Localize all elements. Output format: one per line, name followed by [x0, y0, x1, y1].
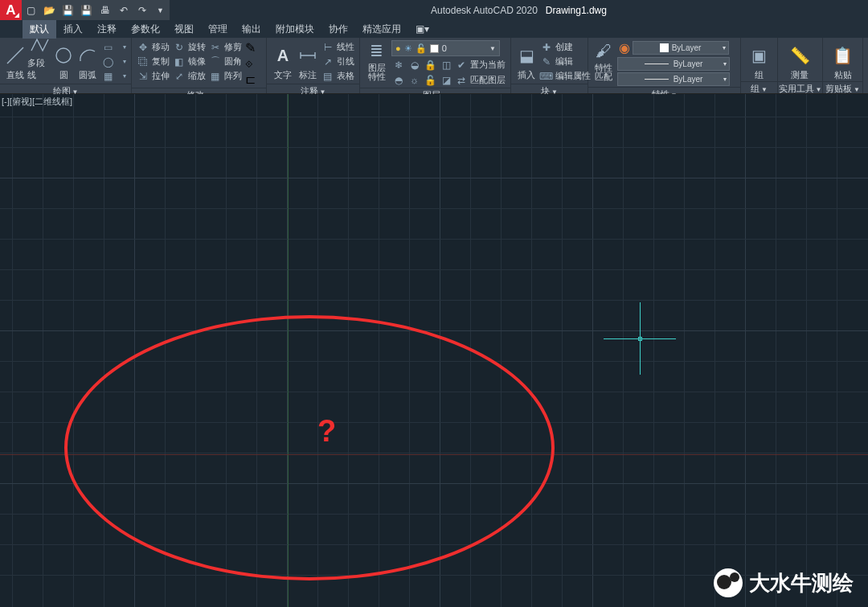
redo-icon[interactable]: ↷	[136, 4, 148, 16]
dimension-button[interactable]: 标注	[296, 39, 320, 81]
tab-addons[interactable]: 附加模块	[268, 20, 321, 39]
layer-off-icon[interactable]: ◒	[407, 58, 421, 72]
undo-icon[interactable]: ↶	[117, 4, 129, 16]
panel-clip-title: 剪贴板	[825, 84, 852, 93]
line-label: 直线	[6, 69, 24, 81]
hatch-icon[interactable]: ▦	[101, 69, 115, 83]
dimension-icon	[296, 43, 320, 68]
ribbon: 直线 多段线 圆 圆弧 ▭ ▾ ◯ ▾	[0, 38, 868, 94]
rotate-button[interactable]: ↻旋转	[173, 40, 206, 54]
panel-group: ▣ 组 组▼	[741, 38, 778, 93]
sun-icon: ☀	[404, 43, 412, 54]
linetype-combo[interactable]: ByLayer	[617, 72, 730, 86]
create-icon: ✚	[540, 41, 552, 53]
tab-view[interactable]: 视图	[167, 20, 201, 39]
tab-more-icon[interactable]: ▣▾	[408, 21, 436, 37]
edit-attr-button[interactable]: ⌨编辑属性	[540, 69, 591, 83]
scale-button[interactable]: ⤢缩放	[173, 69, 206, 83]
stretch-icon: ⇲	[137, 70, 149, 82]
make-current-icon: ✔	[455, 59, 467, 71]
color-combo[interactable]: ByLayer	[633, 41, 729, 55]
leader-button[interactable]: ↗引线	[321, 55, 354, 68]
trim-button[interactable]: ✂修剪	[209, 40, 242, 54]
match-props-button[interactable]: 🖌 特性 匹配	[592, 39, 616, 81]
leader-icon: ↗	[321, 55, 334, 68]
layer-freeze-icon[interactable]: ❄	[391, 58, 405, 72]
svg-point-0	[56, 48, 71, 63]
ribbon-tabs: 默认 插入 注释 参数化 视图 管理 输出 附加模块 协作 精选应用 ▣▾	[0, 20, 868, 38]
layer-name: 0	[442, 43, 447, 53]
open-icon[interactable]: 📂	[43, 4, 55, 16]
move-button[interactable]: ✥移动	[137, 40, 170, 54]
array-button[interactable]: ▦阵列	[209, 69, 242, 83]
text-icon: A	[271, 43, 295, 68]
copy-button[interactable]: ⿻复制	[137, 55, 170, 68]
chevron-down-icon[interactable]: ▾	[117, 40, 131, 54]
lineweight-combo[interactable]: ByLayer	[617, 57, 730, 71]
tab-collab[interactable]: 协作	[321, 20, 355, 39]
layer-on-icon[interactable]: ◓	[391, 73, 405, 87]
new-icon[interactable]: ▢	[25, 4, 37, 16]
tab-output[interactable]: 输出	[235, 20, 268, 39]
erase-icon[interactable]: ✎	[245, 40, 256, 55]
annotation-ellipse	[64, 315, 555, 580]
arc-button[interactable]: 圆弧	[76, 39, 100, 81]
layer-combo[interactable]: ● ☀ 🔓 0 ▼	[391, 40, 500, 56]
measure-button[interactable]: 📏 测量	[781, 39, 818, 81]
line-button[interactable]: 直线	[3, 39, 27, 81]
tab-annotate[interactable]: 注释	[90, 20, 124, 39]
layer-props-button[interactable]: ≣ 图层 特性	[363, 39, 390, 81]
color-wheel-icon[interactable]: ◉	[619, 40, 630, 55]
layer-lock-icon[interactable]: 🔒	[424, 58, 437, 72]
mirror-button[interactable]: ◧镜像	[173, 55, 206, 68]
title-bar: A ▢ 📂 💾 💾 🖶 ↶ ↷ ▼ Autodesk AutoCAD 2020 …	[0, 0, 868, 20]
ellipse-icon[interactable]: ◯	[101, 55, 115, 68]
plot-icon[interactable]: 🖶	[99, 4, 111, 16]
array-icon: ▦	[209, 70, 221, 82]
app-name: Autodesk AutoCAD 2020	[431, 5, 538, 16]
saveas-icon[interactable]: 💾	[80, 4, 92, 16]
fillet-button[interactable]: ⌒圆角	[209, 55, 242, 68]
stretch-button[interactable]: ⇲拉伸	[137, 69, 170, 83]
chevron-down-icon[interactable]: ▾	[117, 69, 131, 83]
panel-utilities: 📏 测量 实用工具▼	[778, 38, 823, 93]
clipboard-icon: 📋	[831, 43, 855, 68]
create-block-button[interactable]: ✚创建	[540, 40, 591, 54]
match-layer-button[interactable]: ⇄匹配图层	[455, 73, 506, 87]
insert-block-button[interactable]: ⬓ 插入	[514, 39, 538, 81]
explode-icon[interactable]: ⟐	[245, 56, 256, 71]
make-current-button[interactable]: ✔置为当前	[455, 58, 506, 72]
tab-insert[interactable]: 插入	[56, 20, 90, 39]
qat-dropdown-icon[interactable]: ▼	[154, 4, 166, 16]
polyline-label: 多段线	[27, 57, 51, 81]
rect-icon[interactable]: ▭	[101, 40, 115, 54]
layer-iso-icon[interactable]: ◫	[440, 58, 453, 72]
text-button[interactable]: A 文字	[270, 39, 296, 81]
drawing-canvas[interactable]: [-][俯视][二维线框] ? 大水牛测绘	[0, 94, 868, 607]
circle-button[interactable]: 圆	[51, 39, 76, 81]
offset-icon[interactable]: ⊏	[245, 72, 256, 87]
edit-block-button[interactable]: ✎编辑	[540, 55, 591, 68]
layer-thaw-icon[interactable]: ☼	[407, 73, 421, 87]
attr-icon: ⌨	[540, 70, 552, 82]
polyline-button[interactable]: 多段线	[27, 39, 51, 81]
app-logo[interactable]: A	[0, 0, 22, 20]
panel-util-title: 实用工具	[779, 84, 814, 93]
panel-layers: ≣ 图层 特性 ● ☀ 🔓 0 ▼ ❄ ◒ 🔒 ◫	[360, 38, 511, 93]
group-button[interactable]: ▣ 组	[744, 39, 774, 81]
layer-unlock-icon[interactable]: 🔓	[424, 73, 437, 87]
table-button[interactable]: ▤表格	[321, 69, 354, 83]
tab-manage[interactable]: 管理	[201, 20, 235, 39]
save-icon[interactable]: 💾	[62, 4, 74, 16]
tab-parametric[interactable]: 参数化	[124, 20, 167, 39]
paste-button[interactable]: 📋 粘贴	[826, 39, 859, 81]
linear-icon: ⊢	[321, 41, 334, 53]
match-layer-icon: ⇄	[455, 74, 467, 86]
linear-dim-button[interactable]: ⊢线性	[321, 40, 354, 54]
trim-icon: ✂	[209, 41, 221, 53]
chevron-down-icon[interactable]: ▾	[117, 55, 131, 68]
tab-featured[interactable]: 精选应用	[355, 20, 408, 39]
table-icon: ▤	[321, 70, 334, 82]
watermark-text: 大水牛测绘	[749, 569, 854, 597]
layer-uniso-icon[interactable]: ◪	[440, 73, 453, 87]
